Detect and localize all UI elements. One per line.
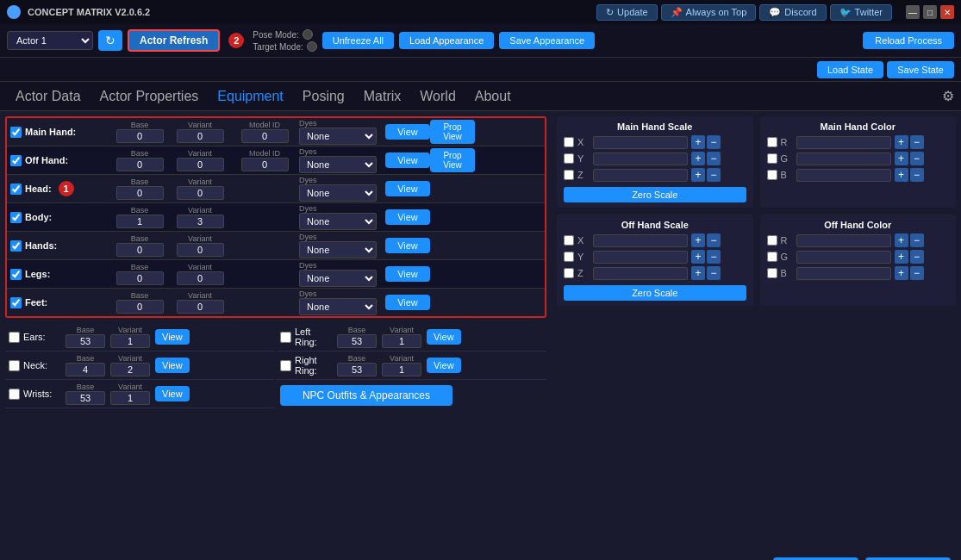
right-ring-variant-input[interactable]	[382, 363, 421, 376]
legs-dye-select[interactable]: None	[299, 270, 377, 287]
right-ring-check[interactable]	[280, 360, 291, 371]
main-hand-color-b-check[interactable]	[767, 170, 777, 180]
head-base-input[interactable]	[116, 186, 164, 200]
left-ring-view-button[interactable]: View	[427, 329, 461, 345]
ears-view-button[interactable]: View	[155, 329, 190, 345]
minimize-button[interactable]: —	[906, 5, 920, 19]
off-hand-view-button[interactable]: View	[385, 152, 430, 168]
off-hand-check[interactable]	[10, 155, 22, 166]
hands-check[interactable]	[10, 240, 22, 252]
head-dye-select[interactable]: None	[299, 184, 377, 202]
right-ring-base-input[interactable]	[337, 363, 377, 376]
main-hand-check[interactable]	[10, 127, 22, 138]
main-hand-color-r-plus[interactable]: +	[895, 135, 908, 149]
refresh-icon-button[interactable]: ↻	[98, 30, 122, 51]
always-on-top-button[interactable]: 📌 Always on Top	[661, 4, 757, 21]
tab-about[interactable]: About	[466, 85, 520, 108]
update-button[interactable]: ↻ Update	[596, 4, 657, 21]
hands-variant-input[interactable]	[177, 243, 224, 257]
left-ring-base-input[interactable]	[337, 334, 377, 348]
reload-process-button[interactable]: Reload Process	[863, 32, 954, 49]
main-hand-zero-scale-button[interactable]: Zero Scale	[564, 187, 746, 202]
twitter-button[interactable]: 🐦 Twitter	[830, 4, 892, 21]
main-hand-view-button[interactable]: View	[385, 124, 430, 140]
legs-view-button[interactable]: View	[385, 266, 430, 282]
main-hand-scale-y-input[interactable]: 0.0000000000	[593, 152, 688, 165]
legs-check[interactable]	[10, 269, 22, 280]
main-hand-scale-z-input[interactable]: 0.0000000000	[593, 169, 688, 182]
tab-posing[interactable]: Posing	[294, 85, 353, 108]
off-hand-scale-z-plus[interactable]: +	[691, 266, 705, 280]
tab-matrix[interactable]: Matrix	[355, 85, 410, 108]
wrists-variant-input[interactable]	[110, 391, 150, 405]
legs-base-input[interactable]	[116, 271, 164, 285]
legs-variant-input[interactable]	[177, 271, 224, 285]
off-hand-scale-y-minus[interactable]: −	[707, 250, 721, 264]
off-hand-variant-input[interactable]	[177, 158, 224, 171]
feet-base-input[interactable]	[116, 300, 164, 314]
save-state-button[interactable]: Save State	[887, 61, 954, 78]
off-hand-color-g-input[interactable]: 0.0000000000	[796, 251, 891, 264]
main-hand-scale-y-minus[interactable]: −	[707, 152, 721, 165]
off-hand-color-r-input[interactable]: 0.0000000000	[796, 234, 891, 247]
off-hand-scale-x-check[interactable]	[564, 235, 574, 246]
main-hand-base-input[interactable]	[116, 129, 164, 143]
body-base-input[interactable]	[116, 215, 164, 228]
off-hand-scale-x-plus[interactable]: +	[691, 233, 705, 247]
main-hand-color-b-input[interactable]: 0.0000000000	[796, 169, 891, 182]
main-hand-scale-z-plus[interactable]: +	[691, 168, 705, 182]
actor-refresh-button[interactable]: Actor Refresh	[128, 29, 220, 52]
actor-select[interactable]: Actor 1	[7, 31, 93, 50]
tab-actor-properties[interactable]: Actor Properties	[91, 85, 208, 108]
neck-view-button[interactable]: View	[155, 358, 190, 373]
body-dye-select[interactable]: None	[299, 213, 377, 230]
main-hand-color-b-plus[interactable]: +	[895, 168, 908, 182]
main-hand-color-g-check[interactable]	[767, 153, 777, 164]
save-appearance-button[interactable]: Save Appearance	[499, 32, 595, 49]
off-hand-scale-y-check[interactable]	[564, 252, 574, 262]
main-hand-color-g-minus[interactable]: −	[910, 152, 924, 165]
off-hand-color-g-plus[interactable]: +	[895, 250, 908, 264]
main-hand-prop-view-button[interactable]: Prop View	[430, 120, 475, 144]
wrists-base-input[interactable]	[66, 391, 105, 405]
maximize-button[interactable]: □	[923, 5, 937, 19]
off-hand-scale-z-input[interactable]: 0.0000000000	[593, 267, 688, 280]
main-hand-modelid-input[interactable]	[241, 129, 289, 143]
off-hand-zero-scale-button[interactable]: Zero Scale	[564, 285, 746, 301]
feet-check[interactable]	[10, 297, 22, 308]
wrists-view-button[interactable]: View	[155, 386, 190, 401]
ears-check[interactable]	[9, 332, 20, 343]
load-appearance-button[interactable]: Load Appearance	[399, 32, 494, 49]
feet-dye-select[interactable]: None	[299, 298, 377, 315]
off-hand-scale-y-input[interactable]: 0.0000000000	[593, 251, 688, 264]
off-hand-color-g-minus[interactable]: −	[910, 250, 924, 264]
off-hand-color-g-check[interactable]	[767, 252, 777, 262]
main-hand-scale-x-input[interactable]: 0.0000000000	[593, 136, 688, 149]
ears-variant-input[interactable]	[110, 334, 150, 348]
npc-outfits-button[interactable]: NPC Outfits & Appearances	[280, 385, 452, 406]
off-hand-base-input[interactable]	[116, 158, 164, 171]
body-view-button[interactable]: View	[385, 209, 430, 225]
body-check[interactable]	[10, 212, 22, 223]
feet-variant-input[interactable]	[177, 300, 224, 314]
off-hand-prop-view-button[interactable]: Prop View	[430, 148, 475, 172]
main-hand-color-b-minus[interactable]: −	[910, 168, 924, 182]
off-hand-color-b-input[interactable]: 0.0000000000	[796, 267, 891, 280]
feet-view-button[interactable]: View	[385, 295, 430, 310]
off-hand-dye-select[interactable]: None	[299, 156, 377, 173]
main-hand-scale-y-plus[interactable]: +	[691, 152, 705, 165]
tab-actor-data[interactable]: Actor Data	[7, 85, 90, 108]
main-hand-color-r-minus[interactable]: −	[910, 135, 924, 149]
load-state-button[interactable]: Load State	[817, 61, 883, 78]
discord-button[interactable]: 💬 Discord	[759, 4, 826, 21]
left-ring-check[interactable]	[280, 332, 291, 343]
off-hand-color-b-minus[interactable]: −	[910, 266, 924, 280]
main-hand-dye-select[interactable]: NoneSnow White	[299, 128, 377, 145]
right-ring-view-button[interactable]: View	[427, 358, 461, 373]
main-hand-scale-y-check[interactable]	[564, 153, 574, 164]
off-hand-modelid-input[interactable]	[241, 158, 289, 171]
left-ring-variant-input[interactable]	[382, 334, 421, 348]
off-hand-scale-z-minus[interactable]: −	[707, 266, 721, 280]
hands-view-button[interactable]: View	[385, 238, 430, 253]
off-hand-scale-y-plus[interactable]: +	[691, 250, 705, 264]
